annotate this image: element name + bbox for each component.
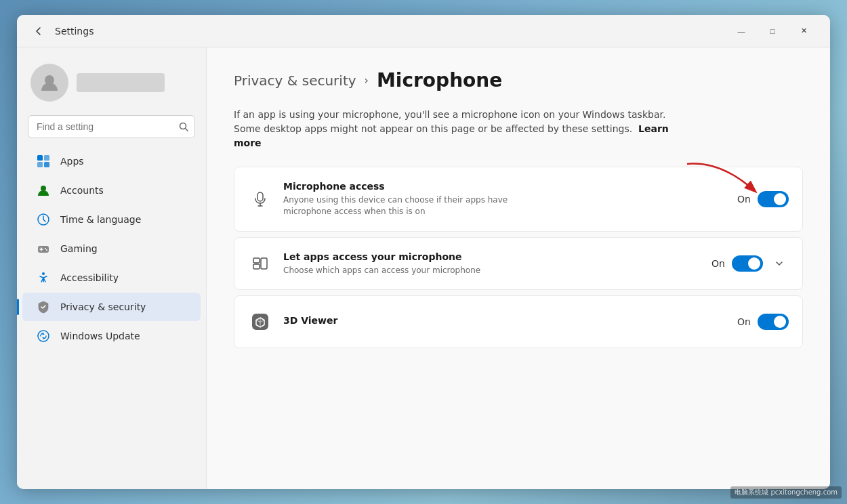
apps-mic-toggle[interactable] [732, 255, 763, 272]
mic-access-on-label: On [737, 194, 751, 205]
description-text: If an app is using your microphone, you'… [234, 108, 681, 150]
svg-rect-18 [253, 264, 260, 269]
sidebar-item-accounts[interactable]: Accounts [22, 176, 201, 205]
apps-mic-expand-button[interactable] [770, 254, 789, 273]
username-bar [77, 73, 165, 92]
svg-rect-3 [44, 155, 49, 161]
sidebar-item-apps[interactable]: Apps [22, 147, 201, 175]
accounts-icon [36, 183, 51, 198]
svg-point-10 [46, 249, 47, 251]
apps-mic-control: On [711, 254, 789, 273]
watermark: 电脑系统城 pcxitongcheng.com [730, 486, 842, 499]
svg-rect-19 [261, 258, 267, 269]
mic-access-desc: Anyone using this device can choose if t… [283, 194, 541, 217]
sidebar-item-label: Gaming [60, 243, 98, 254]
apps-mic-desc: Choose which apps can access your microp… [283, 265, 541, 276]
breadcrumb-arrow: › [365, 74, 369, 87]
svg-point-6 [41, 186, 46, 191]
3d-viewer-on-label: On [737, 316, 751, 327]
3d-viewer-card: 3D Viewer On [234, 295, 803, 348]
3d-viewer-icon [248, 310, 272, 334]
settings-window: Settings — □ ✕ [17, 15, 830, 489]
sidebar-item-update[interactable]: Windows Update [22, 322, 201, 350]
3d-viewer-title: 3D Viewer [283, 315, 726, 326]
accessibility-icon [36, 270, 51, 285]
gaming-icon [36, 241, 51, 256]
close-button[interactable]: ✕ [788, 20, 819, 42]
apps-icon [36, 154, 51, 169]
search-box [28, 115, 195, 138]
svg-point-12 [38, 331, 49, 341]
main-layout: Apps Accounts [17, 47, 830, 489]
sidebar-item-label: Accounts [60, 185, 104, 196]
svg-rect-4 [37, 162, 43, 167]
apps-mic-card: Let apps access your microphone Choose w… [234, 237, 803, 291]
svg-rect-5 [44, 162, 49, 167]
mic-access-content: Microphone access Anyone using this devi… [283, 181, 726, 217]
mic-access-title: Microphone access [283, 181, 726, 192]
sidebar-item-time[interactable]: Time & language [22, 205, 201, 234]
breadcrumb-parent[interactable]: Privacy & security [234, 72, 356, 89]
svg-rect-17 [253, 258, 260, 263]
sidebar-item-accessibility[interactable]: Accessibility [22, 264, 201, 292]
sidebar-item-gaming[interactable]: Gaming [22, 234, 201, 263]
sidebar-item-label: Accessibility [60, 272, 119, 283]
window-controls: — □ ✕ [726, 20, 819, 42]
sidebar-item-label: Privacy & security [60, 301, 146, 312]
search-input[interactable] [28, 115, 195, 138]
sidebar-item-label: Windows Update [60, 331, 140, 341]
window-title: Settings [55, 26, 94, 37]
svg-point-9 [45, 248, 46, 249]
time-icon [36, 212, 51, 227]
3d-viewer-control: On [737, 314, 789, 330]
minimize-button[interactable]: — [726, 20, 757, 42]
sidebar-item-privacy[interactable]: Privacy & security [22, 293, 201, 321]
apps-mic-icon [248, 251, 272, 276]
svg-rect-14 [257, 192, 263, 201]
update-icon [36, 329, 51, 343]
back-button[interactable] [28, 20, 49, 42]
titlebar: Settings — □ ✕ [17, 15, 830, 47]
svg-rect-2 [37, 155, 43, 161]
mic-access-control: On [737, 191, 789, 207]
mic-access-toggle[interactable] [758, 191, 789, 207]
apps-mic-content: Let apps access your microphone Choose w… [283, 251, 701, 276]
mic-icon [248, 187, 272, 211]
profile-section [17, 58, 206, 115]
sidebar-item-label: Time & language [60, 214, 141, 225]
apps-mic-on-label: On [711, 258, 725, 269]
3d-viewer-toggle[interactable] [758, 314, 789, 330]
avatar[interactable] [30, 64, 68, 102]
microphone-access-card: Microphone access Anyone using this devi… [234, 167, 803, 232]
3d-viewer-content: 3D Viewer [283, 315, 726, 329]
breadcrumb: Privacy & security › Microphone [234, 69, 803, 91]
privacy-icon [36, 299, 51, 314]
sidebar: Apps Accounts [17, 47, 207, 489]
page-title: Microphone [377, 69, 502, 91]
content-area: Privacy & security › Microphone If an ap… [207, 47, 830, 489]
svg-point-11 [42, 272, 45, 275]
sidebar-item-label: Apps [60, 156, 84, 167]
maximize-button[interactable]: □ [757, 20, 788, 42]
nav-list: Apps Accounts [17, 146, 206, 478]
apps-mic-title: Let apps access your microphone [283, 251, 701, 262]
